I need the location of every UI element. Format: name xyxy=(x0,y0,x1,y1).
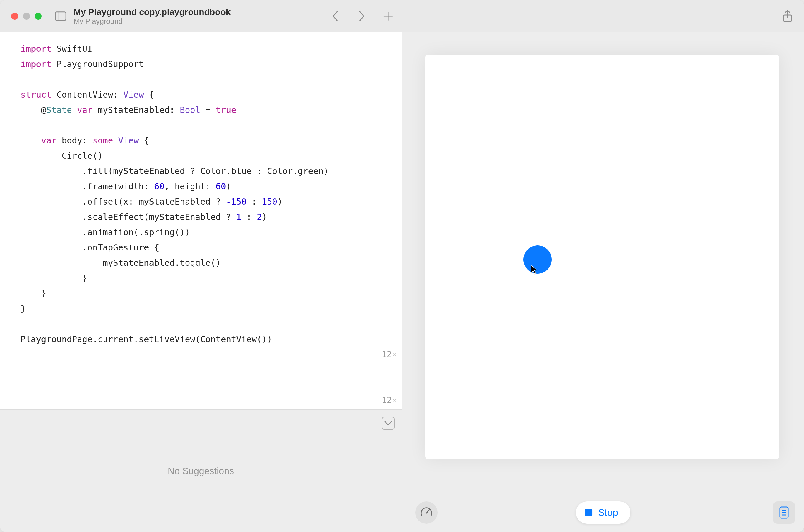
call-fill: .fill(myStateEnabled ? Color.blue : Colo… xyxy=(82,166,329,176)
results-panel-button[interactable] xyxy=(773,501,795,524)
id-swiftui: SwiftUI xyxy=(56,44,92,54)
kw-import: import xyxy=(21,44,52,54)
rendered-circle[interactable] xyxy=(523,245,552,274)
call-scale-c: ) xyxy=(262,212,267,222)
window-title-block: My Playground copy.playgroundbook My Pla… xyxy=(74,7,230,25)
performance-button[interactable] xyxy=(415,501,437,524)
window-subtitle: My Playground xyxy=(74,17,230,25)
close-window-button[interactable] xyxy=(11,13,18,20)
fullscreen-window-button[interactable] xyxy=(35,13,42,20)
window-title: My Playground copy.playgroundbook xyxy=(74,7,230,17)
execution-count-gutter: 12× 12× 11× 11× xyxy=(347,41,396,409)
live-view-controls: Stop xyxy=(402,498,804,524)
call-setliveview: PlaygroundPage.current.setLiveView(Conte… xyxy=(21,334,272,344)
kw-state: State xyxy=(46,105,72,115)
call-offset-c: ) xyxy=(277,197,282,207)
add-page-button[interactable] xyxy=(382,10,394,22)
minimize-window-button[interactable] xyxy=(23,13,30,20)
navigate-back-button[interactable] xyxy=(329,10,341,22)
call-offset-a: .offset(x: myStateEnabled ? xyxy=(82,197,226,207)
kw-var: var xyxy=(77,105,92,115)
call-scale-a: .scaleEffect(myStateEnabled ? xyxy=(82,212,237,222)
id-playgroundsupport: PlaygroundSupport xyxy=(56,59,144,69)
decl-mystate: myStateEnabled: xyxy=(92,105,180,115)
decl-body: body: xyxy=(56,135,92,146)
kw-import-2: import xyxy=(21,59,52,69)
chevron-down-icon xyxy=(384,421,392,426)
mouse-cursor xyxy=(530,265,538,274)
call-ontap: .onTapGesture { xyxy=(82,243,160,252)
chevron-left-icon xyxy=(332,10,339,22)
call-offset-b: : xyxy=(246,197,262,207)
kw-struct: struct xyxy=(21,90,52,100)
live-view-canvas[interactable] xyxy=(425,55,779,459)
playground-window: My Playground copy.playgroundbook My Pla… xyxy=(0,0,804,532)
call-toggle: myStateEnabled.toggle() xyxy=(102,258,221,268)
brace-close-2: } xyxy=(41,288,46,298)
type-bool: Bool xyxy=(180,105,200,115)
stop-label: Stop xyxy=(598,507,618,518)
brace-close-3: } xyxy=(21,304,25,314)
window-toolbar: My Playground copy.playgroundbook My Pla… xyxy=(0,0,804,32)
hit-count-body: 12× xyxy=(347,347,396,362)
brace-2: { xyxy=(139,135,149,146)
sidebar-toggle-icon xyxy=(55,11,67,21)
num-60a: 60 xyxy=(154,182,164,191)
chevron-right-icon xyxy=(358,10,366,22)
hit-count-circle: 12× xyxy=(347,393,396,408)
decl-contentview: ContentView: xyxy=(52,90,123,100)
kw-true: true xyxy=(216,105,237,115)
svg-rect-0 xyxy=(55,12,66,21)
num-1: 1 xyxy=(236,212,241,222)
suggestions-panel: No Suggestions xyxy=(0,409,402,532)
call-scale-b: : xyxy=(241,212,257,222)
code-editor[interactable]: import SwiftUI import PlaygroundSupport … xyxy=(0,32,402,409)
call-circle: Circle() xyxy=(62,151,103,161)
brace-close-1: } xyxy=(82,273,87,283)
brace: { xyxy=(144,90,154,100)
plus-icon xyxy=(383,11,393,21)
document-icon xyxy=(779,506,789,519)
num-2: 2 xyxy=(257,212,262,222)
num-60b: 60 xyxy=(216,182,226,191)
num-neg150: -150 xyxy=(226,197,246,207)
traffic-lights xyxy=(11,13,42,20)
collapse-suggestions-button[interactable] xyxy=(382,417,395,430)
no-suggestions-label: No Suggestions xyxy=(168,466,234,476)
kw-var-2: var xyxy=(41,135,56,146)
speedometer-icon xyxy=(420,506,433,519)
navigate-forward-button[interactable] xyxy=(356,10,368,22)
kw-some: some xyxy=(92,135,113,146)
call-animation: .animation(.spring()) xyxy=(82,227,190,237)
sidebar-toggle-button[interactable] xyxy=(55,10,67,22)
editor-pane: import SwiftUI import PlaygroundSupport … xyxy=(0,32,402,532)
num-150: 150 xyxy=(262,197,277,207)
content-split: import SwiftUI import PlaygroundSupport … xyxy=(0,32,804,532)
call-frame-a: .frame(width: xyxy=(82,182,154,191)
call-frame-c: ) xyxy=(226,182,231,191)
share-icon xyxy=(782,10,793,23)
stop-button[interactable]: Stop xyxy=(576,501,631,524)
share-button[interactable] xyxy=(782,10,793,22)
svg-line-6 xyxy=(426,510,429,513)
type-view: View xyxy=(123,90,144,100)
call-frame-b: , height: xyxy=(164,182,216,191)
stop-icon xyxy=(585,509,592,516)
type-view-2: View xyxy=(118,135,139,146)
live-view-pane: Stop xyxy=(402,32,804,532)
eq: = xyxy=(200,105,216,115)
at-sign: @ xyxy=(41,105,46,115)
